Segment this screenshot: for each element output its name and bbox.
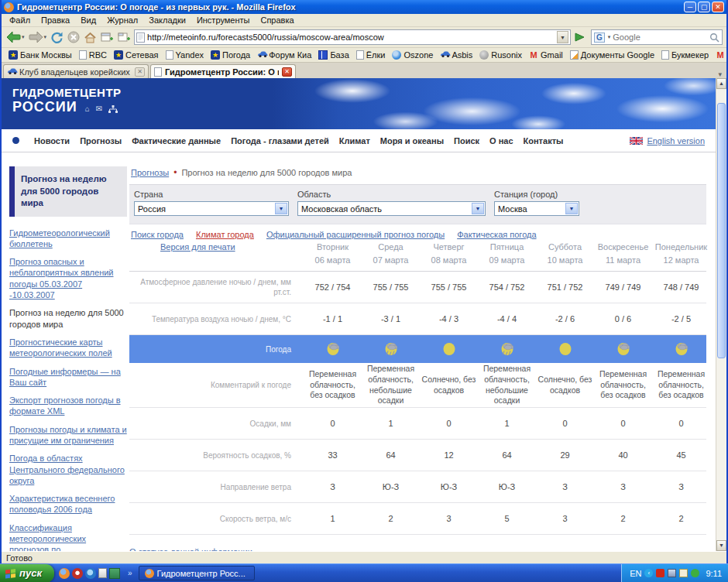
notepad-icon[interactable]	[98, 568, 107, 578]
go-button[interactable]	[573, 31, 586, 43]
start-button[interactable]: пуск	[0, 564, 54, 582]
chevron-down-icon[interactable]: ▼	[472, 203, 484, 214]
site-nav-item[interactable]: О нас	[489, 136, 513, 146]
site-nav-item[interactable]: Погода - глазами детей	[231, 136, 329, 146]
scrollbar-thumb[interactable]	[717, 103, 726, 358]
bookmark-item[interactable]: База	[315, 50, 352, 60]
tab-close-icon[interactable]: ✕	[135, 67, 145, 77]
scroll-down-button[interactable]: ▼	[716, 540, 726, 551]
search-input[interactable]	[613, 33, 707, 42]
opera-icon[interactable]	[72, 568, 83, 579]
menu-item[interactable]: Инструменты	[192, 15, 255, 26]
tray-arrow-icon[interactable]: ‹	[644, 569, 653, 577]
bookmark-item[interactable]: Asbis	[437, 50, 476, 60]
close-button[interactable]: ✕	[712, 2, 724, 12]
search-engine-dropdown-icon[interactable]: ▾	[608, 34, 611, 40]
new-window-button[interactable]	[100, 31, 115, 43]
quick-link[interactable]: Поиск города	[131, 230, 184, 239]
tab-2[interactable]: Гидрометцентр России: О погод...✕	[150, 64, 296, 78]
menu-item[interactable]: Справка	[256, 15, 298, 26]
forward-button[interactable]: ▾	[28, 30, 48, 44]
site-nav-item[interactable]: Прогнозы	[80, 136, 122, 146]
tray-mail-icon[interactable]	[679, 569, 688, 577]
bookmark-item[interactable]: MМарафон	[713, 50, 726, 60]
sidebar-link[interactable]: Погода в областях Центрального федеральн…	[9, 453, 127, 486]
stop-button[interactable]	[67, 30, 81, 44]
site-nav-item[interactable]: Моря и океаны	[380, 136, 444, 146]
sidebar-link[interactable]: Прогнозы погоды и климата и присущие им …	[9, 424, 127, 447]
minimize-button[interactable]: ─	[684, 2, 696, 12]
bookmark-item[interactable]: Ёлки	[353, 50, 389, 60]
sitemap-icon[interactable]	[108, 105, 118, 113]
page-scrollbar[interactable]: ▲ ▼	[716, 78, 726, 551]
sidebar-link[interactable]: Экспорт прогнозов погоды в формате XML	[9, 395, 127, 417]
search-icon[interactable]	[709, 33, 719, 43]
tray-clock[interactable]: 9:11	[706, 569, 722, 578]
reload-button[interactable]	[50, 30, 64, 44]
site-logo[interactable]: ГИДРОМЕТЦЕНТР РОССИИ ⌂ ✉	[12, 86, 122, 115]
menu-item[interactable]: Правка	[36, 15, 74, 26]
home-button[interactable]	[83, 31, 98, 44]
tab-1[interactable]: Клуб владельцев корейских автомо...✕	[3, 64, 149, 78]
bookmark-item[interactable]: Rusonix	[476, 50, 525, 60]
url-input[interactable]	[147, 33, 555, 42]
english-version-link[interactable]: English version	[647, 136, 705, 146]
maximize-button[interactable]: ▢	[698, 2, 710, 12]
print-version-link[interactable]: Версия для печати	[160, 242, 235, 252]
back-button[interactable]: ▾	[5, 30, 26, 44]
bookmark-item[interactable]: Oszone	[389, 50, 436, 60]
scrollbar-track[interactable]	[716, 89, 726, 540]
tray-ati-icon[interactable]	[656, 569, 664, 577]
bookmark-item[interactable]: ★Банк Москвы	[5, 50, 75, 60]
tab-list-icon[interactable]: ▾	[715, 70, 725, 78]
quick-launch-overflow-icon[interactable]: »	[125, 569, 136, 577]
region-select[interactable]: Московская область ▼	[297, 201, 486, 216]
bookmark-item[interactable]: ★Погода	[208, 50, 253, 60]
forward-dropdown-icon[interactable]: ▾	[44, 34, 47, 40]
title-bar[interactable]: Гидрометцентр России: О погоде - из перв…	[2, 0, 726, 14]
tray-display-icon[interactable]	[668, 569, 676, 577]
bookmark-item[interactable]: Форум Киа	[254, 50, 314, 60]
sidebar-link[interactable]: Прогностические карты метеорологических …	[9, 337, 127, 359]
breadcrumb-link[interactable]: Прогнозы	[131, 168, 169, 177]
back-dropdown-icon[interactable]: ▾	[22, 34, 25, 40]
address-bar[interactable]: ▼	[134, 29, 571, 45]
chevron-down-icon[interactable]: ▼	[275, 203, 287, 214]
mail-icon[interactable]: ✉	[96, 104, 103, 113]
bookmark-item[interactable]: Букмекер	[658, 50, 712, 60]
site-nav-item[interactable]: Фактические данные	[132, 136, 221, 146]
menu-item[interactable]: Вид	[76, 15, 101, 26]
excel-icon[interactable]	[109, 568, 120, 579]
search-engine-icon[interactable]: G	[594, 33, 605, 43]
new-tab-button[interactable]	[117, 31, 132, 43]
site-nav-item[interactable]: Поиск	[454, 136, 479, 146]
menu-item[interactable]: Журнал	[102, 15, 143, 26]
sidebar-link[interactable]: Характеристика весеннего половодья 2006 …	[9, 493, 127, 515]
tab-close-icon[interactable]: ✕	[282, 67, 292, 77]
quick-link[interactable]: Фактическая погода	[457, 230, 536, 239]
ie-icon[interactable]	[85, 568, 96, 579]
bookmark-item[interactable]: RBC	[76, 50, 110, 60]
site-nav-item[interactable]: Новости	[34, 136, 70, 146]
sidebar-link[interactable]: Погодные информеры — на Ваш сайт	[9, 366, 127, 389]
address-dropdown-icon[interactable]: ▼	[557, 31, 568, 43]
menu-item[interactable]: Закладки	[144, 15, 191, 26]
sidebar-link[interactable]: Гидрометеорологический бюллетень	[9, 228, 127, 250]
bookmark-item[interactable]: Документы Google	[567, 50, 658, 60]
site-nav-item[interactable]: Климат	[339, 136, 370, 146]
sidebar-link[interactable]: Прогноз опасных и неблагоприятных явлени…	[9, 256, 127, 300]
sidebar-link[interactable]: Классификация метеорологических прогнозо…	[9, 522, 127, 551]
firefox-icon[interactable]	[59, 568, 70, 579]
site-nav-item[interactable]: Контакты	[524, 136, 564, 146]
tray-language[interactable]: EN	[630, 569, 641, 578]
home-icon[interactable]: ⌂	[85, 104, 91, 113]
station-select[interactable]: Москва ▼	[494, 201, 579, 216]
bookmark-item[interactable]: ★Сетевая	[111, 50, 162, 60]
bookmark-item[interactable]: Yandex	[163, 50, 208, 60]
search-box[interactable]: G ▾	[591, 29, 723, 45]
taskbar-task-button[interactable]: Гидрометцентр Росс...	[139, 566, 255, 580]
chevron-down-icon[interactable]: ▼	[565, 203, 578, 214]
country-select[interactable]: Россия ▼	[134, 201, 289, 216]
bookmark-item[interactable]: MGmail	[526, 50, 566, 60]
quick-link[interactable]: Официальный расширенный прогноз погоды	[266, 230, 445, 239]
